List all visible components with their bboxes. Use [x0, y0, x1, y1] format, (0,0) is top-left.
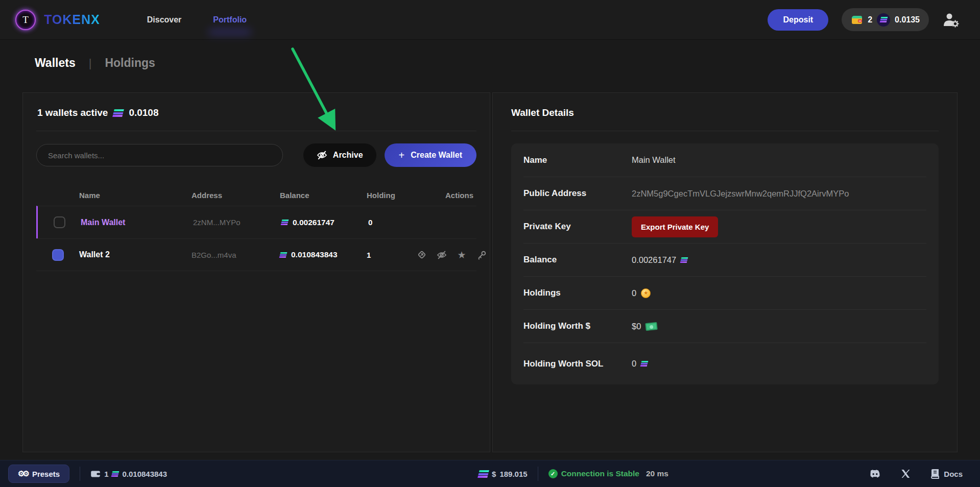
top-nav: T TOKENX Discover Portfolio Deposit 2 0.…: [0, 0, 980, 40]
col-name: Name: [79, 191, 192, 200]
detail-row-private-key: Private Key Export Private Key: [523, 210, 926, 243]
presets-label: Presets: [32, 470, 60, 478]
solana-icon: [111, 471, 119, 477]
tab-wallets[interactable]: Wallets: [35, 56, 76, 70]
docs-link[interactable]: Docs: [930, 469, 963, 479]
docs-label: Docs: [944, 470, 963, 478]
account-settings-icon[interactable]: [942, 12, 960, 28]
divider: [80, 467, 80, 481]
detail-value-name: Main Wallet: [632, 155, 676, 165]
detail-row-balance: Balance 0.00261747: [523, 243, 926, 276]
export-private-key-button[interactable]: Export Private Key: [632, 216, 718, 237]
solana-icon: [279, 252, 288, 258]
table-row-wallet-2[interactable]: Wallet 2 B2Go...m4va 0.010843843 1: [36, 238, 476, 271]
connection-status-text: Connection is Stable: [561, 469, 639, 478]
sol-price-value: 189.015: [499, 470, 527, 478]
discord-link[interactable]: [869, 469, 881, 479]
wallets-panel: 1 wallets active 0.0108 Archive + Create…: [22, 92, 490, 452]
solana-icon: [680, 257, 688, 263]
wallet-balance: 0.00261747: [293, 218, 334, 227]
wallet-address: B2Go...m4va: [192, 251, 280, 259]
table-row-main-wallet[interactable]: Main Wallet 2zNM...MYPo 0.00261747 0: [36, 206, 476, 238]
logo-letter: T: [22, 14, 29, 26]
col-holding: Holding: [367, 191, 415, 200]
send-icon[interactable]: [415, 248, 428, 261]
presets-button[interactable]: ⚙⚙ Presets: [8, 465, 69, 483]
export-key-icon[interactable]: [475, 248, 488, 261]
solana-circle-icon: [877, 13, 890, 27]
nav-item-discover[interactable]: Discover: [147, 15, 182, 25]
currency-symbol: $: [492, 470, 496, 478]
tab-holdings[interactable]: Holdings: [105, 56, 155, 70]
tab-separator: |: [89, 57, 92, 70]
create-wallet-button[interactable]: + Create Wallet: [385, 143, 476, 167]
archive-button[interactable]: Archive: [303, 143, 376, 167]
col-address: Address: [192, 191, 280, 200]
wallet-address: 2zNM...MYPo: [193, 218, 281, 227]
solana-icon: [477, 470, 489, 478]
statusbar-wallet-count: 1: [104, 470, 108, 478]
detail-label: Holding Worth SOL: [523, 357, 632, 371]
wallet-holding: 0: [368, 218, 417, 227]
detail-row-worth-usd: Holding Worth $ $0: [523, 309, 926, 343]
wallet-balance: 0.010843843: [291, 250, 338, 259]
x-icon: [901, 469, 911, 478]
gears-icon: ⚙⚙: [18, 469, 28, 478]
eye-off-icon: [317, 151, 327, 160]
solana-icon: [281, 220, 289, 225]
detail-value-balance: 0.00261747: [632, 255, 676, 265]
active-wallets-summary: 1 wallets active: [37, 107, 108, 118]
divider: [511, 131, 939, 131]
favorite-star-icon[interactable]: ★: [455, 248, 468, 261]
wallet-name: Main Wallet: [81, 218, 193, 227]
wallet-summary-badge[interactable]: 2 0.0135: [842, 8, 929, 31]
archive-label: Archive: [333, 151, 363, 160]
check-icon: ✓: [548, 469, 558, 478]
brand-name: TOKENX: [44, 12, 100, 27]
status-bar: ⚙⚙ Presets 1 0.010843843 $ 189.015 ✓ Con…: [0, 460, 980, 487]
wallet-name: Wallet 2: [79, 250, 192, 259]
brand-logo: T: [15, 10, 36, 30]
wallet-icon: [90, 470, 101, 478]
details-card: Name Main Wallet Public Address 2zNM5g9C…: [511, 143, 939, 384]
detail-row-worth-sol: Holding Worth SOL 0: [523, 343, 926, 384]
detail-label: Holdings: [523, 286, 632, 300]
detail-row-public-address: Public Address 2zNM5g9CgecTmVLGJejzswrMn…: [523, 177, 926, 210]
discord-icon: [869, 469, 881, 479]
divider: [538, 467, 538, 481]
connection-status: ✓ Connection is Stable 20 ms: [548, 469, 668, 478]
solana-icon: [879, 17, 888, 22]
wallet-count: 2: [868, 15, 872, 25]
active-wallets-sol: 0.0108: [129, 107, 158, 118]
nav-item-portfolio[interactable]: Portfolio: [213, 15, 247, 25]
divider: [36, 131, 476, 131]
detail-label: Holding Worth $: [523, 320, 632, 333]
detail-label: Private Key: [523, 220, 632, 233]
detail-label: Public Address: [523, 187, 632, 200]
statusbar-wallet-balance: 0.010843843: [122, 470, 167, 478]
solana-icon: [113, 109, 125, 117]
row-checkbox[interactable]: [52, 249, 64, 261]
active-wallet-balance: 1 0.010843843: [90, 470, 167, 478]
col-actions: Actions: [415, 191, 476, 200]
col-balance: Balance: [280, 191, 367, 200]
detail-value-worth-sol: 0: [632, 359, 636, 369]
plus-icon: +: [399, 150, 405, 161]
latency-value: 20 ms: [646, 469, 668, 478]
sol-price: $ 189.015: [479, 470, 528, 478]
coin-icon: ★: [641, 288, 651, 298]
row-checkbox[interactable]: [54, 216, 65, 228]
wallet-icon: [851, 14, 863, 26]
hide-wallet-icon[interactable]: [435, 248, 448, 261]
wallet-details-panel: Wallet Details Name Main Wallet Public A…: [492, 92, 958, 452]
solana-icon: [640, 361, 649, 367]
search-input[interactable]: [36, 144, 283, 166]
x-twitter-link[interactable]: [901, 469, 911, 478]
table-header: Name Address Balance Holding Actions: [36, 184, 476, 206]
detail-row-name: Name Main Wallet: [523, 143, 926, 177]
wallet-holding: 1: [367, 251, 415, 259]
deposit-button[interactable]: Deposit: [768, 9, 828, 31]
detail-value-worth-usd: $0: [632, 322, 641, 331]
details-title: Wallet Details: [511, 107, 939, 118]
nav-sol-balance: 0.0135: [895, 15, 920, 25]
